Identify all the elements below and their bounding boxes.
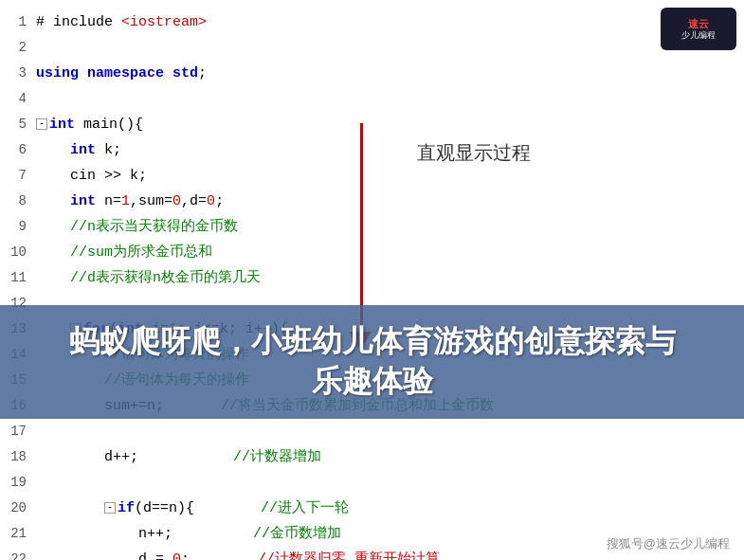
collapse-20[interactable]: - [104,502,116,514]
banner-title-line1: 蚂蚁爬呀爬，小班幼儿体育游戏的创意探索与 [69,322,676,362]
code-line-6: 6 int k; [0,137,744,163]
code-line-19: 19 [0,470,744,496]
code-line-4: 4 [0,86,744,112]
code-editor: 速云 少儿编程 1 # include <iostream> 2 3 using… [0,0,744,560]
banner-title-line2: 乐趣体验 [312,362,433,402]
logo-text-line2: 少儿编程 [681,30,716,42]
code-line-11: 11 //d表示获得n枚金币的第几天 [0,265,744,291]
overlay-banner: 蚂蚁爬呀爬，小班幼儿体育游戏的创意探索与 乐趣体验 [0,305,744,419]
code-line-3: 3 using namespace std; [0,61,744,86]
code-line-17: 17 [0,419,744,444]
zhiguan-label: 直观显示过程 [417,140,531,166]
code-line-5: 5 -int main(){ [0,112,744,137]
logo: 速云 少儿编程 [661,8,736,50]
code-line-1: 1 # include <iostream> [0,9,744,35]
code-line-9: 9 //n表示当天获得的金币数 [0,214,744,240]
code-line-10: 10 //sum为所求金币总和 [0,240,744,265]
code-line-2: 2 [0,35,744,61]
code-line-7: 7 cin >> k; [0,163,744,189]
code-block: 1 # include <iostream> 2 3 using namespa… [0,0,744,560]
footer-text: 搜狐号@速云少儿编程 [607,535,730,552]
logo-text-line1: 速云 [681,17,716,30]
code-line-18: 18 d++;//计数器增加 [0,444,744,470]
code-line-20: 20 -if(d==n){//进入下一轮 [0,496,744,521]
code-line-8: 8 int n=1,sum=0,d=0; [0,189,744,214]
collapse-5[interactable]: - [36,118,47,130]
